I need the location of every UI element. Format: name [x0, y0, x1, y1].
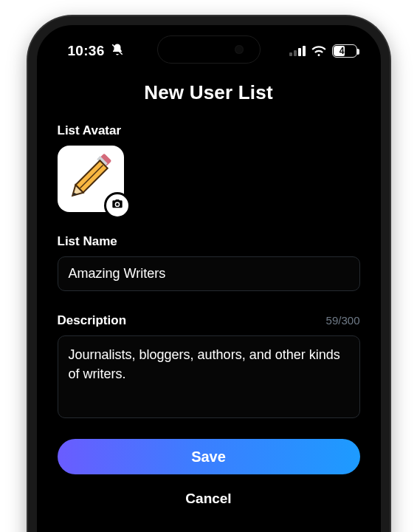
status-time: 10:36 [68, 43, 105, 59]
battery-icon: 47 [332, 44, 357, 58]
pencil-icon [66, 153, 115, 205]
change-avatar-button[interactable] [106, 194, 128, 216]
description-label: Description [58, 313, 127, 328]
bell-off-icon [111, 43, 124, 60]
camera-icon [111, 198, 123, 213]
wifi-icon [311, 45, 326, 57]
list-avatar-picker[interactable] [58, 146, 124, 212]
list-name-value: Amazing Writers [69, 266, 166, 281]
battery-percent: 47 [333, 45, 356, 57]
description-input[interactable]: Journalists, bloggers, authors, and othe… [58, 335, 360, 418]
status-bar: 10:36 47 [58, 25, 360, 68]
description-counter: 59/300 [326, 314, 360, 327]
phone-frame: 10:36 47 New User List List [28, 16, 390, 532]
list-name-input[interactable]: Amazing Writers [58, 256, 360, 291]
avatar-label: List Avatar [58, 123, 360, 138]
name-label: List Name [58, 234, 360, 249]
page-title: New User List [58, 81, 360, 104]
cancel-button[interactable]: Cancel [58, 491, 360, 507]
description-value: Journalists, bloggers, authors, and othe… [69, 347, 340, 381]
save-button[interactable]: Save [58, 439, 360, 474]
cellular-icon [289, 46, 306, 56]
